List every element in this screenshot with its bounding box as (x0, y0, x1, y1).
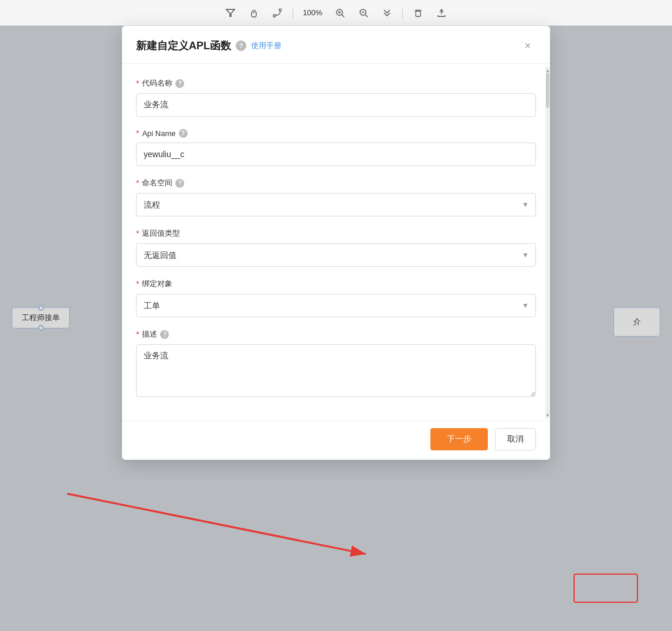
dialog-body: * 代码名称 ? * Api Name ? * 命名空间 ? (122, 64, 550, 420)
form-group-code-name: * 代码名称 ? (136, 78, 536, 117)
required-indicator-namespace: * (136, 178, 139, 188)
filter-icon[interactable] (222, 5, 239, 21)
label-text-code-name: 代码名称 (142, 78, 172, 89)
select-wrapper-bind-object: 工单 客户 联系人 合同 ▼ (136, 294, 536, 317)
required-indicator-code-name: * (136, 79, 139, 88)
zoom-out-icon[interactable] (355, 5, 372, 21)
help-icon-api-name[interactable]: ? (179, 129, 188, 138)
label-text-bind-object: 绑定对象 (142, 279, 172, 289)
dialog-footer: 下一步 取消 (122, 420, 550, 460)
form-group-namespace: * 命名空间 ? 流程 全局 其他 ▼ (136, 178, 536, 216)
input-api-name[interactable] (136, 143, 536, 166)
help-icon-namespace[interactable]: ? (175, 179, 184, 188)
textarea-description[interactable]: 业务流 (136, 344, 536, 397)
svg-line-4 (342, 15, 344, 17)
select-wrapper-return-type: 无返回值 字符串 数字 布尔值 对象 ▼ (136, 243, 536, 267)
required-indicator-bind-object: * (136, 279, 139, 289)
export-icon[interactable] (433, 5, 450, 21)
form-label-code-name: * 代码名称 ? (136, 78, 536, 89)
select-bind-object[interactable]: 工单 客户 联系人 合同 (136, 294, 536, 317)
form-group-bind-object: * 绑定对象 工单 客户 联系人 合同 ▼ (136, 279, 536, 317)
help-icon-code-name[interactable]: ? (175, 79, 184, 88)
dialog: 新建自定义APL函数 ? 使用手册 × ▲ ▼ * 代码名称 ? * A (122, 26, 550, 460)
delete-icon[interactable] (410, 5, 426, 21)
scroll-down-arrow[interactable]: ▼ (545, 412, 550, 419)
dialog-close-button[interactable]: × (520, 38, 536, 54)
zoom-level: 100% (300, 8, 324, 17)
scroll-thumb[interactable] (546, 73, 549, 108)
form-label-description: * 描述 ? (136, 329, 536, 340)
required-indicator-api-name: * (136, 128, 139, 138)
select-wrapper-namespace: 流程 全局 其他 ▼ (136, 193, 536, 216)
form-group-description: * 描述 ? 业务流 (136, 329, 536, 399)
form-label-api-name: * Api Name ? (136, 128, 536, 138)
select-return-type[interactable]: 无返回值 字符串 数字 布尔值 对象 (136, 243, 536, 267)
dialog-title: 新建自定义APL函数 (136, 39, 231, 53)
collapse-icon[interactable] (379, 5, 395, 21)
svg-point-2 (279, 9, 281, 11)
label-text-description: 描述 (142, 329, 157, 340)
svg-rect-10 (416, 11, 420, 16)
next-button[interactable]: 下一步 (430, 428, 488, 450)
toolbar-divider-1 (293, 7, 293, 19)
svg-marker-0 (226, 9, 235, 16)
required-indicator-description: * (136, 330, 139, 339)
input-code-name[interactable] (136, 93, 536, 117)
form-label-bind-object: * 绑定对象 (136, 279, 536, 289)
dialog-header: 新建自定义APL函数 ? 使用手册 × (122, 26, 550, 64)
dialog-scrollbar[interactable]: ▲ ▼ (545, 67, 550, 419)
label-text-namespace: 命名空间 (142, 178, 172, 188)
form-label-return-type: * 返回值类型 (136, 228, 536, 239)
hand-icon[interactable] (246, 5, 262, 21)
help-icon-description[interactable]: ? (160, 330, 169, 339)
dialog-manual-link[interactable]: 使用手册 (251, 40, 281, 51)
cancel-button[interactable]: 取消 (495, 428, 536, 450)
zoom-in-icon[interactable] (332, 5, 348, 21)
label-text-api-name: Api Name (142, 129, 175, 138)
dialog-help-icon[interactable]: ? (236, 40, 246, 51)
form-group-return-type: * 返回值类型 无返回值 字符串 数字 布尔值 对象 ▼ (136, 228, 536, 267)
form-label-namespace: * 命名空间 ? (136, 178, 536, 188)
svg-line-8 (365, 15, 368, 17)
toolbar-divider-2 (402, 7, 403, 19)
toolbar: 100% (0, 0, 672, 26)
required-indicator-return-type: * (136, 229, 139, 238)
svg-point-1 (273, 15, 276, 17)
label-text-return-type: 返回值类型 (142, 228, 180, 239)
form-group-api-name: * Api Name ? (136, 128, 536, 166)
path-icon[interactable] (269, 5, 286, 21)
select-namespace[interactable]: 流程 全局 其他 (136, 193, 536, 216)
